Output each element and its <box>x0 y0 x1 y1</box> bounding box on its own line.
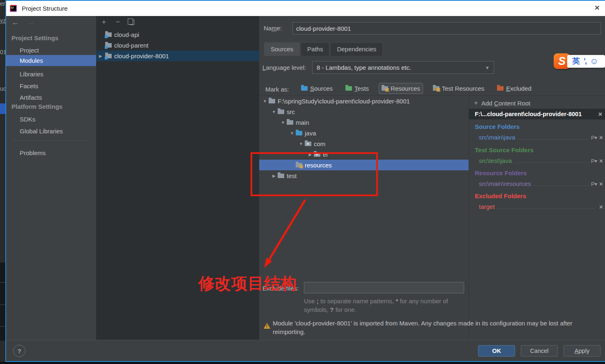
mark-test-resources-button[interactable]: Test Resources <box>430 83 487 94</box>
folder-path: src\main\resources <box>479 180 531 187</box>
sidebar-item-artifacts[interactable]: Artifacts <box>6 92 96 103</box>
remove-folder-icon[interactable]: ✕ <box>599 158 603 164</box>
remove-content-root-icon[interactable]: ✕ <box>598 111 603 117</box>
folders-panel: + Add Content Root F:\...cloud-parent\cl… <box>469 95 605 340</box>
add-module-button[interactable]: + <box>100 18 108 26</box>
resource-folder-item[interactable]: src\main\resources P▾ ✕ <box>479 178 603 187</box>
sidebar-item-global-libraries[interactable]: Global Libraries <box>6 126 96 137</box>
excluded-folder-icon <box>497 86 504 91</box>
cancel-button[interactable]: Cancel <box>521 345 558 357</box>
sidebar-item-project[interactable]: Project <box>6 45 96 56</box>
mark-label: Test Resources <box>442 85 484 92</box>
plus-icon: + <box>474 99 478 107</box>
exclude-files-input[interactable] <box>304 282 464 293</box>
close-icon[interactable]: ✕ <box>594 4 600 12</box>
sidebar-item-libraries[interactable]: Libraries <box>6 69 96 80</box>
back-arrow-icon[interactable]: ← <box>12 18 27 27</box>
collapsed-arrow-icon[interactable]: ▶ <box>306 152 314 157</box>
content-root-row[interactable]: F:\...cloud-parent\cloud-provider-8001 ✕ <box>469 109 605 119</box>
tree-row-java[interactable]: ▼ java <box>259 128 469 138</box>
tree-label: resources <box>305 162 332 169</box>
expanded-arrow-icon[interactable]: ▼ <box>261 99 269 103</box>
remove-module-button[interactable]: − <box>114 18 122 26</box>
edit-properties-icon[interactable]: P▾ <box>591 181 597 187</box>
mark-tests-button[interactable]: Tests <box>343 83 372 94</box>
add-content-root-label: Add Content Root <box>481 100 530 107</box>
detail-tabs: Sources Paths Dependencies <box>264 42 384 56</box>
remove-folder-icon[interactable]: ✕ <box>599 204 603 210</box>
dialog-body: ←→ Project Settings Project Modules Libr… <box>6 16 605 340</box>
tree-row-root[interactable]: ▼ F:\springStudy\cloud-parent\cloud-prov… <box>259 96 469 106</box>
tree-label: src <box>287 108 295 115</box>
tree-row-resources[interactable]: resources <box>259 160 469 170</box>
copy-module-icon[interactable] <box>128 18 136 26</box>
expanded-arrow-icon[interactable]: ▼ <box>270 110 278 114</box>
ime-status-pill: 英 ’, ☺ <box>567 55 605 68</box>
module-folder-icon <box>105 43 112 48</box>
excluded-folder-item[interactable]: target ✕ <box>479 201 603 210</box>
collapsed-arrow-icon[interactable]: ▶ <box>270 174 278 178</box>
ok-button[interactable]: OK <box>478 345 515 357</box>
module-name: cloud-provider-8001 <box>114 53 169 60</box>
tab-sources[interactable]: Sources <box>264 42 300 56</box>
sources-folder-icon <box>301 86 308 91</box>
remove-folder-icon[interactable]: ✕ <box>599 135 603 141</box>
ime-emoji-icon[interactable]: ☺ <box>590 56 598 66</box>
expanded-arrow-icon[interactable]: ▼ <box>297 142 305 146</box>
edit-properties-icon[interactable]: P▾ <box>591 158 597 164</box>
bg-text-fragment: 01 <box>0 49 5 55</box>
expanded-arrow-icon[interactable]: ▼ <box>288 131 296 135</box>
forward-arrow-icon[interactable]: → <box>27 18 42 27</box>
content-root-path: F:\...cloud-parent\cloud-provider-8001 <box>475 111 582 117</box>
sidebar-item-sdks[interactable]: SDKs <box>6 114 96 125</box>
folder-icon <box>278 110 284 114</box>
collapse-arrow-icon[interactable]: ▶ <box>96 54 105 58</box>
expanded-arrow-icon[interactable]: ▼ <box>279 120 287 125</box>
language-level-label: Language level: <box>262 64 306 71</box>
tab-dependencies[interactable]: Dependencies <box>330 42 383 56</box>
test-source-folders-header: Test Source Folders <box>475 147 534 153</box>
mark-label: Excluded <box>506 85 531 92</box>
mark-resources-button[interactable]: Resources <box>379 83 423 94</box>
name-label: Name: <box>264 25 282 32</box>
tree-label: el <box>323 151 328 158</box>
edit-properties-icon[interactable]: P▾ <box>591 135 597 141</box>
language-level-select[interactable]: 8 - Lambdas, type annotations etc. ▼ <box>312 61 494 74</box>
module-detail-pane: Name: Sources Paths Dependencies Languag… <box>259 16 605 340</box>
module-row-cloud-provider-8001[interactable]: ▶ cloud-provider-8001 <box>96 50 259 61</box>
add-content-root-button[interactable]: + Add Content Root <box>474 99 530 107</box>
tree-row-main[interactable]: ▼ main <box>259 117 469 128</box>
sidebar-item-modules[interactable]: Modules <box>6 55 96 66</box>
module-toolbar: + − <box>100 18 136 26</box>
apply-button[interactable]: Apply <box>564 345 600 357</box>
mark-excluded-button[interactable]: Excluded <box>494 83 534 94</box>
excluded-folders-header: Excluded Folders <box>475 192 526 199</box>
bg-text-fragment: yz <box>0 17 5 24</box>
tree-row-com[interactable]: ▼ com <box>259 138 469 149</box>
module-row-cloud-parent[interactable]: cloud-parent <box>96 40 259 50</box>
test-source-folder-item[interactable]: src\test\java P▾ ✕ <box>479 155 603 164</box>
sidebar-item-facets[interactable]: Facets <box>6 80 96 92</box>
ime-punctuation-icon[interactable]: ’, <box>584 57 586 66</box>
source-folder-item[interactable]: src\main\java P▾ ✕ <box>479 132 603 141</box>
tree-label: java <box>305 130 316 137</box>
help-button[interactable]: ? <box>13 345 25 357</box>
sidebar-divider <box>12 140 90 141</box>
module-name: cloud-api <box>114 31 139 38</box>
tests-folder-icon <box>345 86 352 91</box>
sidebar-item-problems[interactable]: Problems <box>6 147 96 158</box>
remove-folder-icon[interactable]: ✕ <box>599 181 603 187</box>
package-icon <box>314 152 320 157</box>
folder-path: src\test\java <box>479 157 512 164</box>
module-name-input[interactable] <box>292 22 601 34</box>
tree-row-el[interactable]: ▶ el <box>259 149 469 160</box>
tree-row-src[interactable]: ▼ src <box>259 106 469 117</box>
module-row-cloud-api[interactable]: cloud-api <box>96 29 259 40</box>
tree-row-test[interactable]: ▶ test <box>259 170 469 181</box>
mark-sources-button[interactable]: Sources <box>298 83 336 94</box>
ime-language-toggle[interactable]: 英 <box>572 56 580 66</box>
folder-icon <box>269 99 275 103</box>
module-list-pane: + − cloud-api cloud-parent ▶ cloud-provi… <box>96 16 259 340</box>
warning-icon <box>264 323 270 329</box>
tab-paths[interactable]: Paths <box>301 42 329 56</box>
